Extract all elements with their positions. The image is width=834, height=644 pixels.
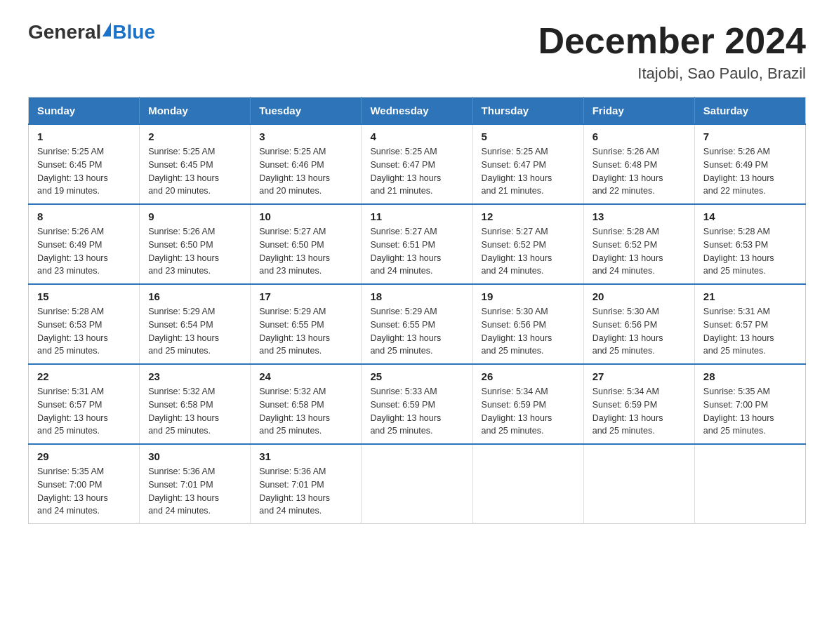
day-number: 3 <box>259 130 352 142</box>
calendar-day-cell: 28 Sunrise: 5:35 AM Sunset: 7:00 PM Dayl… <box>694 364 805 444</box>
calendar-day-cell: 8 Sunrise: 5:26 AM Sunset: 6:49 PM Dayli… <box>29 204 140 284</box>
day-info: Sunrise: 5:26 AM Sunset: 6:49 PM Dayligh… <box>703 145 797 198</box>
header-sunday: Sunday <box>29 98 140 125</box>
day-info: Sunrise: 5:30 AM Sunset: 6:56 PM Dayligh… <box>593 305 686 358</box>
calendar-day-cell: 6 Sunrise: 5:26 AM Sunset: 6:48 PM Dayli… <box>583 124 694 204</box>
calendar-day-cell: 14 Sunrise: 5:28 AM Sunset: 6:53 PM Dayl… <box>694 204 805 284</box>
day-number: 20 <box>593 290 686 302</box>
day-number: 19 <box>482 290 575 302</box>
day-number: 17 <box>259 290 352 302</box>
calendar-day-cell: 7 Sunrise: 5:26 AM Sunset: 6:49 PM Dayli… <box>694 124 805 204</box>
calendar-day-cell: 17 Sunrise: 5:29 AM Sunset: 6:55 PM Dayl… <box>251 284 362 364</box>
calendar-day-cell: 18 Sunrise: 5:29 AM Sunset: 6:55 PM Dayl… <box>362 284 472 364</box>
day-number: 29 <box>37 450 131 462</box>
calendar-header-row: Sunday Monday Tuesday Wednesday Thursday… <box>29 98 806 125</box>
day-info: Sunrise: 5:31 AM Sunset: 6:57 PM Dayligh… <box>703 305 797 358</box>
calendar-day-cell: 5 Sunrise: 5:25 AM Sunset: 6:47 PM Dayli… <box>472 124 583 204</box>
calendar-day-cell: 29 Sunrise: 5:35 AM Sunset: 7:00 PM Dayl… <box>29 444 140 524</box>
calendar-title: December 2024 <box>538 21 806 61</box>
day-info: Sunrise: 5:28 AM Sunset: 6:53 PM Dayligh… <box>37 305 131 358</box>
calendar-day-cell: 3 Sunrise: 5:25 AM Sunset: 6:46 PM Dayli… <box>251 124 362 204</box>
calendar-day-cell: 11 Sunrise: 5:27 AM Sunset: 6:51 PM Dayl… <box>362 204 472 284</box>
header: General Blue December 2024 Itajobi, Sao … <box>28 21 806 83</box>
calendar-day-cell: 22 Sunrise: 5:31 AM Sunset: 6:57 PM Dayl… <box>29 364 140 444</box>
day-info: Sunrise: 5:30 AM Sunset: 6:56 PM Dayligh… <box>482 305 575 358</box>
day-number: 8 <box>37 210 131 222</box>
header-thursday: Thursday <box>472 98 583 125</box>
day-info: Sunrise: 5:25 AM Sunset: 6:46 PM Dayligh… <box>259 145 352 198</box>
calendar-day-cell <box>362 444 472 524</box>
day-info: Sunrise: 5:29 AM Sunset: 6:55 PM Dayligh… <box>370 305 463 358</box>
calendar-week-row: 15 Sunrise: 5:28 AM Sunset: 6:53 PM Dayl… <box>29 284 806 364</box>
day-number: 1 <box>37 130 131 142</box>
day-info: Sunrise: 5:36 AM Sunset: 7:01 PM Dayligh… <box>148 465 241 518</box>
day-number: 24 <box>259 370 352 382</box>
day-number: 2 <box>148 130 241 142</box>
calendar-day-cell: 15 Sunrise: 5:28 AM Sunset: 6:53 PM Dayl… <box>29 284 140 364</box>
day-info: Sunrise: 5:36 AM Sunset: 7:01 PM Dayligh… <box>259 465 352 518</box>
day-info: Sunrise: 5:27 AM Sunset: 6:52 PM Dayligh… <box>482 225 575 278</box>
day-info: Sunrise: 5:31 AM Sunset: 6:57 PM Dayligh… <box>37 385 131 438</box>
day-info: Sunrise: 5:32 AM Sunset: 6:58 PM Dayligh… <box>259 385 352 438</box>
day-number: 27 <box>593 370 686 382</box>
calendar-week-row: 1 Sunrise: 5:25 AM Sunset: 6:45 PM Dayli… <box>29 124 806 204</box>
location-subtitle: Itajobi, Sao Paulo, Brazil <box>538 65 806 83</box>
day-number: 11 <box>370 210 463 222</box>
day-number: 15 <box>37 290 131 302</box>
header-wednesday: Wednesday <box>362 98 472 125</box>
header-monday: Monday <box>140 98 251 125</box>
logo-general-text: General <box>28 21 101 43</box>
calendar-day-cell: 1 Sunrise: 5:25 AM Sunset: 6:45 PM Dayli… <box>29 124 140 204</box>
day-info: Sunrise: 5:28 AM Sunset: 6:52 PM Dayligh… <box>593 225 686 278</box>
day-info: Sunrise: 5:29 AM Sunset: 6:55 PM Dayligh… <box>259 305 352 358</box>
day-info: Sunrise: 5:32 AM Sunset: 6:58 PM Dayligh… <box>148 385 241 438</box>
day-number: 9 <box>148 210 241 222</box>
logo-area: General Blue <box>28 21 155 43</box>
title-area: December 2024 Itajobi, Sao Paulo, Brazil <box>538 21 806 83</box>
day-info: Sunrise: 5:26 AM Sunset: 6:48 PM Dayligh… <box>593 145 686 198</box>
day-number: 30 <box>148 450 241 462</box>
day-number: 26 <box>482 370 575 382</box>
day-number: 12 <box>482 210 575 222</box>
calendar-day-cell: 2 Sunrise: 5:25 AM Sunset: 6:45 PM Dayli… <box>140 124 251 204</box>
day-info: Sunrise: 5:27 AM Sunset: 6:50 PM Dayligh… <box>259 225 352 278</box>
calendar-week-row: 29 Sunrise: 5:35 AM Sunset: 7:00 PM Dayl… <box>29 444 806 524</box>
day-info: Sunrise: 5:25 AM Sunset: 6:45 PM Dayligh… <box>148 145 241 198</box>
day-info: Sunrise: 5:25 AM Sunset: 6:47 PM Dayligh… <box>370 145 463 198</box>
calendar-day-cell: 30 Sunrise: 5:36 AM Sunset: 7:01 PM Dayl… <box>140 444 251 524</box>
calendar-day-cell: 20 Sunrise: 5:30 AM Sunset: 6:56 PM Dayl… <box>583 284 694 364</box>
day-info: Sunrise: 5:35 AM Sunset: 7:00 PM Dayligh… <box>37 465 131 518</box>
day-number: 13 <box>593 210 686 222</box>
day-info: Sunrise: 5:25 AM Sunset: 6:47 PM Dayligh… <box>482 145 575 198</box>
calendar-day-cell: 16 Sunrise: 5:29 AM Sunset: 6:54 PM Dayl… <box>140 284 251 364</box>
header-friday: Friday <box>583 98 694 125</box>
header-tuesday: Tuesday <box>251 98 362 125</box>
day-number: 28 <box>703 370 797 382</box>
calendar-day-cell: 23 Sunrise: 5:32 AM Sunset: 6:58 PM Dayl… <box>140 364 251 444</box>
day-info: Sunrise: 5:26 AM Sunset: 6:50 PM Dayligh… <box>148 225 241 278</box>
logo-triangle-icon <box>102 22 111 36</box>
logo-blue-text: Blue <box>112 21 155 43</box>
day-number: 21 <box>703 290 797 302</box>
day-number: 18 <box>370 290 463 302</box>
day-number: 31 <box>259 450 352 462</box>
day-info: Sunrise: 5:33 AM Sunset: 6:59 PM Dayligh… <box>370 385 463 438</box>
calendar-day-cell: 21 Sunrise: 5:31 AM Sunset: 6:57 PM Dayl… <box>694 284 805 364</box>
calendar-day-cell <box>694 444 805 524</box>
calendar-day-cell: 24 Sunrise: 5:32 AM Sunset: 6:58 PM Dayl… <box>251 364 362 444</box>
calendar-day-cell: 4 Sunrise: 5:25 AM Sunset: 6:47 PM Dayli… <box>362 124 472 204</box>
day-number: 10 <box>259 210 352 222</box>
day-info: Sunrise: 5:27 AM Sunset: 6:51 PM Dayligh… <box>370 225 463 278</box>
day-info: Sunrise: 5:26 AM Sunset: 6:49 PM Dayligh… <box>37 225 131 278</box>
day-number: 6 <box>593 130 686 142</box>
day-number: 25 <box>370 370 463 382</box>
day-number: 23 <box>148 370 241 382</box>
calendar-day-cell: 12 Sunrise: 5:27 AM Sunset: 6:52 PM Dayl… <box>472 204 583 284</box>
day-number: 22 <box>37 370 131 382</box>
calendar-day-cell: 19 Sunrise: 5:30 AM Sunset: 6:56 PM Dayl… <box>472 284 583 364</box>
calendar-table: Sunday Monday Tuesday Wednesday Thursday… <box>28 97 806 524</box>
day-info: Sunrise: 5:34 AM Sunset: 6:59 PM Dayligh… <box>482 385 575 438</box>
calendar-day-cell <box>583 444 694 524</box>
calendar-day-cell: 9 Sunrise: 5:26 AM Sunset: 6:50 PM Dayli… <box>140 204 251 284</box>
calendar-day-cell: 10 Sunrise: 5:27 AM Sunset: 6:50 PM Dayl… <box>251 204 362 284</box>
